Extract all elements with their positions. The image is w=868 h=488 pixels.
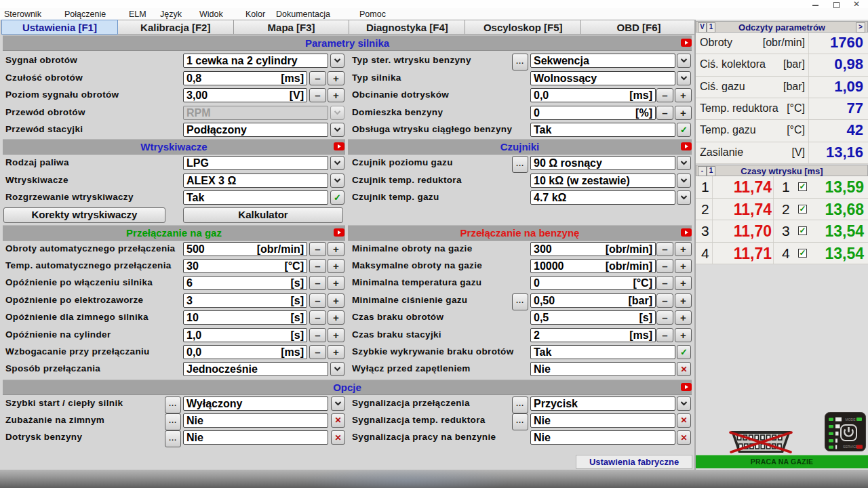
svg-text:SERVICE: SERVICE xyxy=(843,445,859,449)
svg-text:MODE: MODE xyxy=(846,418,856,422)
